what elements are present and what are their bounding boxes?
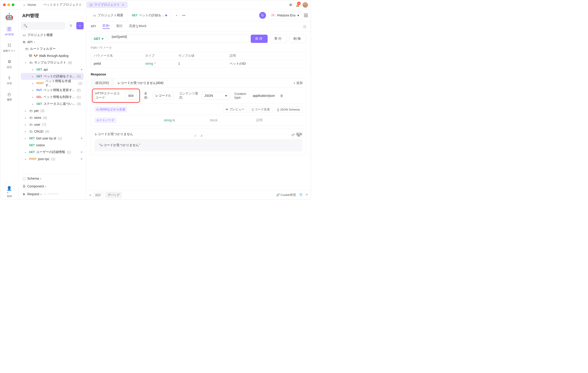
subtab-api[interactable]: API	[91, 24, 96, 28]
name-input[interactable]: レコードた	[153, 92, 174, 99]
rail-autotest[interactable]: ☷ 自動テスト	[3, 41, 16, 54]
tree-folder[interactable]: ▸🗀pet(3)	[21, 107, 84, 114]
tree-sample-folder[interactable]: ▾ 🗀 サンプルプロジェクト (6)	[21, 59, 84, 66]
trash-icon[interactable]: 🗑	[297, 133, 300, 137]
more-icon[interactable]: •••	[182, 13, 186, 17]
menu-icon[interactable]	[304, 14, 308, 17]
schema-root-chip[interactable]: ルートノード	[95, 118, 116, 123]
tab-petstore[interactable]: ペットストアプロジェクト	[41, 2, 84, 8]
rail-api[interactable]: ☰ API管理	[5, 25, 14, 38]
rail-settings[interactable]: ⚙ 設定	[7, 58, 12, 70]
collapse-panel-icon[interactable]: «	[89, 193, 91, 197]
tree-api-item[interactable]: ▸GETGet user by id(1)	[21, 135, 84, 142]
link-icon: 🔗	[276, 193, 280, 197]
subtab-run[interactable]: 実行	[116, 24, 123, 29]
tree-walkthrough[interactable]: Ⓜ 🐶 Walk through Apidog	[21, 52, 84, 59]
chevron-down-icon: ▾	[34, 41, 37, 43]
delete-button[interactable]: 削除	[289, 35, 306, 43]
param-name[interactable]: petId	[94, 62, 145, 66]
notifications-icon[interactable]: 🔔 4	[296, 3, 299, 7]
schema-type[interactable]: string	[164, 118, 172, 122]
status-input[interactable]: 404	[125, 92, 136, 99]
preview-button[interactable]: 👁プレビュー	[223, 106, 247, 113]
subtab-change[interactable]: 変更•	[102, 24, 110, 29]
tab-home[interactable]: ⌂ Home	[20, 2, 39, 8]
tab-myproject[interactable]: ◷ マイプロジェクト ×	[86, 2, 128, 8]
param-type[interactable]: string	[145, 62, 153, 65]
method-badge: POST	[36, 82, 44, 85]
example-body[interactable]: "レコードが見つかりません"	[95, 139, 302, 151]
tree-overview[interactable]: ▭ プロジェクト概要	[21, 32, 84, 39]
folder-label: CRUD	[34, 130, 43, 133]
subtab-mock[interactable]: 高度なMock	[129, 24, 146, 29]
avatar[interactable]	[303, 2, 308, 8]
tree-api-item[interactable]: ▸POSTペット情報を作成す...(1)	[21, 80, 84, 87]
search-input[interactable]: 🔍	[21, 22, 65, 29]
maximize-window[interactable]	[12, 3, 14, 6]
tab-myproject-label: マイプロジェクト	[94, 3, 120, 7]
tree-api-group[interactable]: ⧉ API ▾	[21, 39, 84, 45]
main-tab-api[interactable]: GET ペットの詳細を...	[128, 9, 171, 21]
jsonschema-button[interactable]: {}JSON Schema	[274, 106, 302, 113]
chevron-right-icon: ▸	[25, 117, 28, 119]
tab-title: ペットの詳細を...	[139, 13, 164, 17]
chevron-down-icon: ▾	[25, 62, 28, 64]
resp-tab-404[interactable]: レコードが見つかりません(404)	[114, 79, 168, 88]
param-sample[interactable]: 1	[178, 62, 230, 66]
tree-folder[interactable]: ▸🗀CRUD(4)	[21, 128, 84, 135]
save-button[interactable]: 保存	[251, 35, 268, 43]
link-icon[interactable]: ⧉	[173, 118, 175, 122]
generate-from-json[interactable]: ⧈JSONなどから生成	[95, 106, 127, 112]
rail-share[interactable]: ⇪ 共有	[7, 74, 12, 87]
tree-folder[interactable]: ▸🗀store(4)	[21, 114, 84, 121]
edit-icon[interactable]: ✎	[291, 133, 294, 137]
tree-api-item[interactable]: ▸POSTjson-rpc(1)	[21, 155, 84, 162]
refresh-button[interactable]: ↻	[259, 12, 266, 19]
request-icon: ➤	[22, 192, 26, 196]
panel-icon[interactable]: ◫	[303, 24, 306, 28]
tree-api-item[interactable]: ▸GETステータスに基づい...(3)	[21, 100, 84, 107]
main-tab-overview[interactable]: ▭ プロジェクト概要	[89, 9, 127, 21]
tree-root-folder[interactable]: 🗀 ルートフォルダー	[21, 45, 84, 52]
run-button[interactable]: 実行	[270, 35, 287, 43]
url-input[interactable]: /pet/{petId}	[109, 35, 248, 43]
expand-icon[interactable]: ⇕	[194, 134, 196, 137]
resp-tab-200[interactable]: 成功(200)	[91, 79, 114, 88]
tree-api-item[interactable]: ▸PUTペット情報を更新す...(2)	[21, 87, 84, 94]
collapse-icon[interactable]: ⇵	[200, 134, 203, 137]
cookie-link[interactable]: 🔗 Cookie管理	[276, 193, 296, 197]
tree-api-item[interactable]: ▸GETユーザーの詳細情報(1)	[21, 149, 84, 155]
minimize-window[interactable]	[7, 3, 10, 6]
add-button[interactable]: +	[76, 22, 84, 29]
example-block: レコードが見つかりません +追加 ⇕⇵ ✎🗑 "レコードが見つかりません"	[91, 129, 306, 155]
rail-invite[interactable]: 👤⁺ 招待	[7, 187, 12, 199]
help-icon[interactable]: ?	[306, 193, 307, 197]
tree-api-item[interactable]: GETnotion	[21, 142, 84, 149]
chevron-right-icon: ▸	[25, 158, 28, 160]
env-selector[interactable]: Pe Petstore Env ▾	[268, 11, 302, 19]
tree-folder[interactable]: ▸🗀user(7)	[21, 121, 84, 128]
env-label: Petstore Env	[277, 13, 296, 17]
resp-add-button[interactable]: +追加	[290, 79, 306, 88]
main-tab-add[interactable]: +	[172, 9, 181, 21]
close-tab-icon[interactable]: ×	[121, 3, 125, 7]
tree-component[interactable]: ☰ Component ▸	[21, 182, 84, 190]
tree-api-item[interactable]: ▸GETapi	[21, 66, 84, 73]
rail-history[interactable]: ◴ 履歴	[7, 90, 12, 103]
filter-button[interactable]: ▽	[67, 22, 74, 29]
project-icon: ◷	[89, 3, 93, 7]
param-desc[interactable]: ペットのID	[230, 62, 303, 66]
col-name: パラメータ名	[94, 54, 145, 58]
tree-api-item[interactable]: ▸DELペット情報を削除す...(1)	[21, 94, 84, 100]
codegen-button[interactable]: ⟨⟩コード生成	[249, 106, 272, 113]
trash-icon[interactable]: 🗑	[280, 94, 283, 98]
tree-api-item[interactable]: ▸GETペットの詳細をクエ...(6)	[21, 73, 84, 80]
method-selector[interactable]: GET ▾	[91, 35, 106, 43]
tree-schema[interactable]: ⬚ Schema ▸	[21, 175, 84, 182]
footer-design[interactable]: 設計	[93, 192, 103, 198]
footer-debug[interactable]: デバッグ	[106, 192, 122, 198]
close-window[interactable]	[3, 3, 6, 6]
format-select[interactable]: JSON▾	[202, 92, 229, 99]
settings-icon[interactable]: ⚙	[289, 3, 292, 7]
shirt-icon[interactable]: 👕	[299, 193, 303, 197]
